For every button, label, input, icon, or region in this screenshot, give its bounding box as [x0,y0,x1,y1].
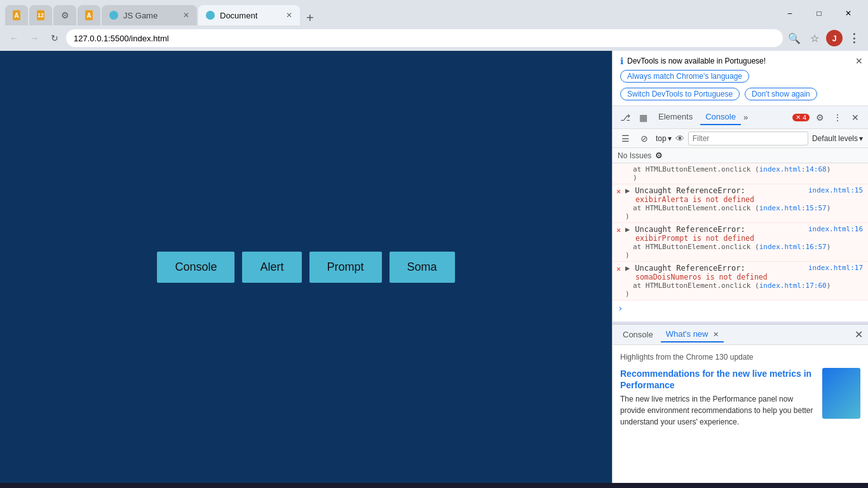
error-entry-2: ✕ ▶ Uncaught ReferenceError: index.html:… [613,223,868,262]
error-trace-2: at HTMLButtonElement.onclick (index.html… [625,243,863,251]
reload-button[interactable]: ↻ [46,29,64,47]
whats-new-content: Highlights from the Chrome 130 update Re… [613,345,868,435]
error-title-3: ▶ Uncaught ReferenceError: [625,264,745,273]
tab-favicon-jsgame [109,11,118,20]
tab-title-document: Document [220,11,278,20]
tab-no-title-4[interactable]: A [78,5,100,25]
error-entry-1: ✕ ▶ Uncaught ReferenceError: index.html:… [613,184,868,223]
search-icon[interactable]: 🔍 [785,29,803,47]
button-row: Console Alert Prompt Soma [157,252,454,283]
no-issues-label: No Issues [618,151,651,160]
devtools-settings-icon[interactable]: ⚙ [812,110,827,125]
dont-show-button[interactable]: Don't show again [745,88,817,100]
tab-favicon-2: 12 [37,10,44,20]
filter-input[interactable] [688,132,808,146]
tab-close-document[interactable]: ✕ [286,11,292,20]
console-expand-arrow[interactable]: › [613,301,868,316]
start-button[interactable] [5,485,25,488]
clear-console-icon[interactable]: ⊘ [637,131,652,146]
soma-button[interactable]: Soma [390,252,455,283]
expand-arrow-2[interactable]: ▶ [625,225,630,234]
switch-portuguese-button[interactable]: Switch DevTools to Portuguese [620,88,740,100]
prompt-button[interactable]: Prompt [309,252,382,283]
address-bar-row: ← → ↻ 🔍 ☆ J ⋮ [0,25,868,51]
profile-avatar[interactable]: J [826,30,843,46]
error-link-3[interactable]: index.html:17 [808,264,863,272]
error-link-0a[interactable]: index.html:14:68 [759,165,827,173]
page-content: Console Alert Prompt Soma [0,51,612,483]
bottom-panel-close-icon[interactable]: ✕ [855,329,863,341]
error-trace-link-3[interactable]: index.html:17:60 [759,281,827,290]
default-levels-arrow: ▾ [859,134,863,143]
tab-favicon-3: ⚙ [61,10,69,20]
error-icon-2: ✕ [616,226,621,234]
notif-close-icon[interactable]: ✕ [855,56,863,66]
new-tab-button[interactable]: + [301,11,319,25]
error-icon-3: ✕ [616,264,621,273]
address-input[interactable] [66,29,783,47]
eye-icon[interactable]: 👁 [675,133,684,144]
taskbar: ⊞ ⧉ 📁 🪟 ∧ ⌨ 🔊 POR PTB2 19:08 [0,483,868,488]
error-trace-line-0: at HTMLButtonElement.onclick (index.html… [618,165,863,173]
devtools-close-icon[interactable]: ✕ [848,110,863,125]
bottom-tabs-bar: Console What's new ✕ ✕ [613,325,868,345]
tab-no-title-3[interactable]: ⚙ [53,5,76,25]
error-icon-1: ✕ [616,187,621,196]
restore-button[interactable]: □ [804,4,834,23]
error-title-1: ▶ Uncaught ReferenceError: [625,186,745,195]
tab-title-jsgame: JS Game [123,11,175,20]
tab-js-game[interactable]: JS Game ✕ [102,5,197,25]
tab-close-jsgame[interactable]: ✕ [183,11,189,20]
back-button[interactable]: ← [5,29,23,47]
device-mode-icon[interactable]: ▦ [635,110,651,125]
console-output[interactable]: at HTMLButtonElement.onclick (index.html… [613,163,868,322]
bottom-tab-whats-new[interactable]: What's new ✕ [661,327,724,342]
article-text: Recommendations for the new live metrics… [620,368,815,428]
error-link-2[interactable]: index.html:16 [808,225,863,233]
error-paren-0: ) [618,173,863,182]
tab-document[interactable]: Document ✕ [198,5,300,25]
top-context-dropdown[interactable]: top ▾ [656,134,672,143]
bottom-tab-console[interactable]: Console [618,327,658,342]
bottom-tab-whats-new-close[interactable]: ✕ [713,330,719,338]
match-language-button[interactable]: Always match Chrome's language [620,70,749,83]
more-tabs-icon[interactable]: » [743,112,748,122]
expand-arrow-3[interactable]: ▶ [625,264,630,273]
tab-bar: A 12 ⚙ A JS Game ✕ Document ✕ + – □ ✕ [0,0,868,25]
default-levels-label: Default levels [812,134,858,143]
forward-button[interactable]: → [25,29,43,47]
tab-console[interactable]: Console [700,109,741,125]
console-button[interactable]: Console [157,252,234,283]
tab-favicon-document [206,11,215,20]
console-sidebar-toggle[interactable]: ☰ [618,131,633,146]
top-label: top [656,134,667,143]
expand-arrow-1[interactable]: ▶ [625,186,630,195]
error-type-3: Uncaught ReferenceError: [635,264,745,273]
error-header-1: ▶ Uncaught ReferenceError: index.html:15 [625,186,863,195]
no-issues-bar: No Issues ⚙ [613,148,868,163]
error-msg-3: somaDoisNumeros is not defined [625,273,863,281]
alert-button[interactable]: Alert [242,252,301,283]
bookmark-icon[interactable]: ☆ [806,29,824,47]
menu-icon[interactable]: ⋮ [845,29,863,47]
error-type-1: Uncaught ReferenceError: [635,186,745,195]
tab-favicon-4: A [85,10,93,20]
notif-title-text: DevTools is now available in Portuguese! [627,57,766,65]
error-trace-link-1[interactable]: index.html:15:57 [759,204,827,212]
error-trace-1: at HTMLButtonElement.onclick (index.html… [625,204,863,212]
error-title-2: ▶ Uncaught ReferenceError: [625,225,745,234]
tab-no-title-2[interactable]: 12 [29,5,52,25]
close-button[interactable]: ✕ [834,4,863,23]
error-trace-link-2[interactable]: index.html:16:57 [759,243,827,251]
inspect-element-icon[interactable]: ⎇ [618,110,633,125]
minimize-button[interactable]: – [775,4,804,23]
bottom-panel: Console What's new ✕ ✕ Highlights from t… [613,324,868,483]
info-icon: ℹ [620,56,623,66]
devtools-more-icon[interactable]: ⋮ [830,110,845,125]
no-issues-settings-icon[interactable]: ⚙ [655,151,663,160]
error-link-1[interactable]: index.html:15 [808,186,863,194]
article-body: The new live metrics in the Performance … [620,393,815,428]
default-levels-dropdown[interactable]: Default levels ▾ [812,134,863,143]
tab-elements[interactable]: Elements [653,109,698,125]
tab-no-title-1[interactable]: A [5,5,28,25]
